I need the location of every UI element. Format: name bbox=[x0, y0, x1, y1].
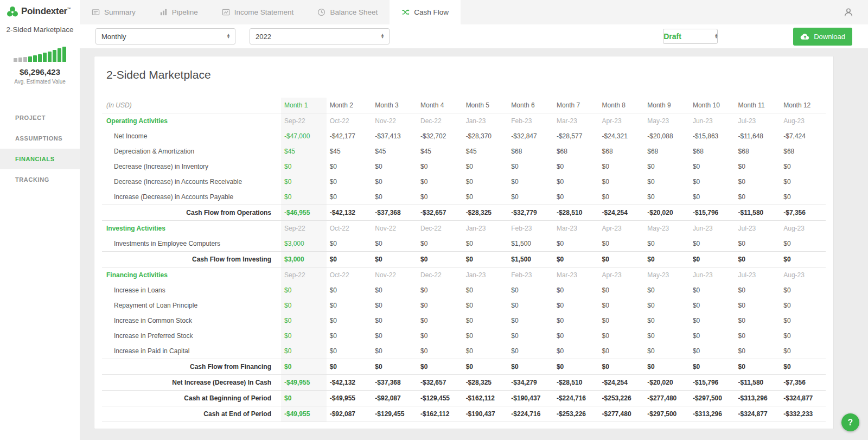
item-row: Increase in Preferred Stock$0$0$0$0$0$0$… bbox=[102, 328, 826, 343]
cell: -$24,254 bbox=[599, 375, 644, 391]
cell: $0 bbox=[690, 283, 735, 298]
tab-label: Cash Flow bbox=[414, 8, 449, 16]
row-label: Financing Activities bbox=[102, 267, 281, 283]
cell: Jul-23 bbox=[735, 267, 781, 283]
cell: $0 bbox=[553, 359, 599, 375]
balance-sheet-icon bbox=[317, 8, 326, 16]
tab-pipeline[interactable]: Pipeline bbox=[148, 0, 210, 24]
cell: $0 bbox=[281, 189, 327, 205]
cell: $0 bbox=[417, 236, 463, 252]
column-header: Month 11 bbox=[735, 98, 781, 113]
cell: $0 bbox=[327, 343, 372, 359]
user-account-icon[interactable] bbox=[843, 7, 854, 18]
cell: $0 bbox=[508, 189, 553, 205]
cell: $0 bbox=[417, 328, 463, 343]
cell: -$37,368 bbox=[372, 205, 417, 221]
cell: $0 bbox=[690, 252, 735, 267]
cell: $0 bbox=[735, 298, 781, 313]
cell: $0 bbox=[327, 159, 372, 174]
item-row: Net Income-$47,000-$42,177-$37,413-$32,7… bbox=[102, 129, 826, 144]
sparkline-bar bbox=[43, 53, 47, 62]
cell: -$28,325 bbox=[463, 375, 508, 391]
cell: $0 bbox=[599, 236, 644, 252]
cell: $68 bbox=[735, 144, 781, 159]
row-label: Increase (Decrease) in Accounts Payable bbox=[102, 189, 281, 205]
cell: $0 bbox=[690, 236, 735, 252]
app-logo[interactable]: Poindexter™ bbox=[0, 0, 80, 20]
cell: $0 bbox=[780, 328, 826, 343]
cell: Mar-23 bbox=[553, 267, 599, 283]
poindexter-logo-icon bbox=[7, 6, 18, 18]
cell: Oct-22 bbox=[327, 267, 372, 283]
cell: $0 bbox=[281, 174, 327, 189]
cell: -$15,863 bbox=[690, 129, 735, 144]
cell: $0 bbox=[281, 391, 327, 406]
cell: -$34,279 bbox=[508, 375, 553, 391]
download-button[interactable]: Download bbox=[793, 28, 852, 46]
cell: $0 bbox=[463, 174, 508, 189]
cell: $0 bbox=[417, 174, 463, 189]
cell: $0 bbox=[644, 298, 690, 313]
sidebar: Poindexter™ 2-Sided Marketplace $6,296,4… bbox=[0, 0, 80, 440]
sidebar-item-assumptions[interactable]: ASSUMPTIONS bbox=[0, 128, 80, 149]
cell: $0 bbox=[690, 159, 735, 174]
cell: May-23 bbox=[644, 267, 690, 283]
cell: -$49,955 bbox=[327, 391, 372, 406]
help-button[interactable]: ? bbox=[841, 413, 859, 431]
cell: $0 bbox=[644, 359, 690, 375]
cell: Apr-23 bbox=[599, 113, 644, 129]
row-label: Increase in Loans bbox=[102, 283, 281, 298]
cell: $0 bbox=[553, 189, 599, 205]
cell: $0 bbox=[327, 359, 372, 375]
item-row: Increase (Decrease) in Accounts Payable$… bbox=[102, 189, 826, 205]
column-header: Month 12 bbox=[780, 98, 826, 113]
cell: Aug-23 bbox=[780, 221, 826, 237]
download-button-label: Download bbox=[814, 33, 845, 41]
item-row: Decrease (Increase) in Accounts Receivab… bbox=[102, 174, 826, 189]
cell: -$277,480 bbox=[599, 406, 644, 422]
cash-flow-icon bbox=[401, 8, 410, 16]
tab-income-statement[interactable]: Income Statement bbox=[210, 0, 306, 24]
cell: -$42,132 bbox=[327, 205, 372, 221]
total-row: Cash at End of Period-$49,955-$92,087-$1… bbox=[102, 406, 826, 422]
row-label: Cash at Beginning of Period bbox=[102, 391, 281, 406]
cell: $0 bbox=[553, 174, 599, 189]
cell: -$20,020 bbox=[644, 375, 690, 391]
sparkline-bar bbox=[62, 47, 66, 62]
tab-cash-flow[interactable]: Cash Flow bbox=[390, 0, 461, 24]
status-select[interactable]: Draft bbox=[663, 29, 718, 44]
cell: $0 bbox=[372, 283, 417, 298]
cell: -$32,657 bbox=[417, 375, 463, 391]
cell: Sep-22 bbox=[281, 267, 327, 283]
cell: $0 bbox=[372, 252, 417, 267]
column-header: Month 1 bbox=[281, 98, 327, 113]
cell: $0 bbox=[281, 359, 327, 375]
tab-summary[interactable]: Summary bbox=[80, 0, 148, 24]
cell: -$253,226 bbox=[599, 391, 644, 406]
cell: -$15,796 bbox=[690, 205, 735, 221]
cell: $0 bbox=[644, 236, 690, 252]
cell: $0 bbox=[690, 313, 735, 328]
cell: $0 bbox=[690, 174, 735, 189]
sparkline-bar bbox=[58, 48, 61, 62]
sidebar-item-project[interactable]: PROJECT bbox=[0, 107, 80, 128]
cell: -$28,370 bbox=[463, 129, 508, 144]
period-select[interactable]: Monthly bbox=[95, 28, 235, 44]
year-select[interactable]: 2022 bbox=[250, 28, 390, 44]
cell: $0 bbox=[281, 298, 327, 313]
cell: $0 bbox=[463, 283, 508, 298]
cell: Jul-23 bbox=[735, 113, 781, 129]
value-sparkline-chart bbox=[5, 44, 74, 62]
tab-balance-sheet[interactable]: Balance Sheet bbox=[305, 0, 390, 24]
cell: $0 bbox=[780, 189, 826, 205]
sidebar-item-financials[interactable]: FINANCIALS bbox=[0, 149, 80, 169]
cell: $0 bbox=[735, 236, 781, 252]
cell: $45 bbox=[281, 144, 327, 159]
sidebar-item-tracking[interactable]: TRACKING bbox=[0, 169, 80, 190]
cell: $0 bbox=[417, 252, 463, 267]
cell: -$92,087 bbox=[372, 391, 417, 406]
cell: Jul-23 bbox=[735, 221, 781, 237]
row-label: Operating Activities bbox=[102, 113, 281, 129]
cell: -$297,500 bbox=[690, 391, 735, 406]
cell: -$32,657 bbox=[417, 205, 463, 221]
